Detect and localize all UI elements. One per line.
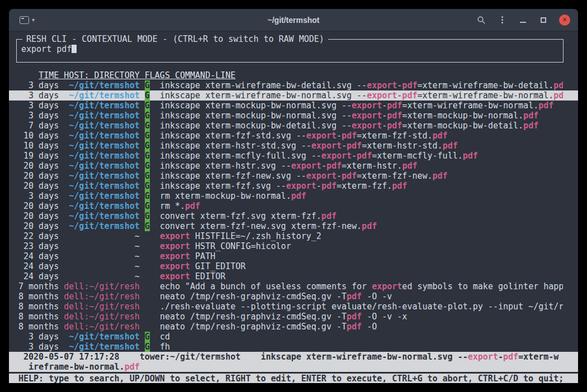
history-row[interactable]: 8 months dell:~/git/resh neato /tmp/resh… <box>9 312 578 322</box>
cmd: pdf <box>392 181 407 191</box>
text <box>140 111 145 121</box>
cmd: pdf <box>387 111 402 121</box>
host: ~/git/termshot <box>64 101 139 111</box>
history-row[interactable]: 3 days ~/git/termshot G inkscape xterm-m… <box>9 111 578 121</box>
time: 20 days <box>18 221 64 231</box>
history-row[interactable]: 8 months dell:~/git/resh neato /tmp/resh… <box>9 291 578 302</box>
flag: G <box>145 191 150 201</box>
cmd: inkscape xterm-mockup-bw-detail.svg -- <box>160 121 352 131</box>
text <box>140 261 145 271</box>
cmd: fh <box>160 342 170 352</box>
cmd: export <box>352 121 382 131</box>
text <box>150 261 160 271</box>
history-row[interactable]: 22 days ~ export HISTFILE=~/.zsh_history… <box>9 231 578 241</box>
host: ~/git/termshot <box>64 211 139 221</box>
cmd: rm *. <box>160 201 185 211</box>
host: ~/git/termshot <box>64 90 139 101</box>
history-row[interactable]: 3 days ~/git/termshot G fh <box>9 342 578 352</box>
text <box>150 342 160 352</box>
history-row[interactable]: 20 days ~/git/termshot G inkscape xterm-… <box>9 181 578 191</box>
flag: G <box>145 201 150 211</box>
history-row[interactable]: 3 days ~/git/termshot G inkscape xterm-m… <box>9 101 578 111</box>
cmd: - <box>316 181 321 191</box>
minimize-button[interactable] <box>518 15 528 25</box>
cmd: export <box>160 241 190 251</box>
host: ~/git/termshot <box>64 151 139 161</box>
history-row[interactable]: 19 days ~/git/termshot G inkscape xterm-… <box>9 151 578 161</box>
cmd: =xterm-hstr. <box>342 161 402 171</box>
cmd: pdf <box>443 141 458 151</box>
host: ~/git/termshot <box>64 171 139 181</box>
cmd: pdf <box>291 191 306 201</box>
history-row-selected[interactable]: 3 days ~/git/termshot G inkscape xterm-w… <box>9 90 578 101</box>
host: ~/git/termshot <box>64 201 139 211</box>
cmd: - <box>397 90 402 101</box>
cmd: pdf <box>347 312 362 322</box>
text <box>140 141 145 151</box>
time: 19 days <box>18 151 64 161</box>
cmd: inkscape xterm-fzf.svg -- <box>160 181 286 191</box>
cmd: - <box>397 80 402 90</box>
history-row[interactable]: 24 days ~ export PATH <box>9 251 578 261</box>
history-row[interactable]: 20 days ~/git/termshot G convert xterm-f… <box>9 221 578 231</box>
search-input[interactable]: export pdf <box>21 44 558 54</box>
history-row[interactable]: 3 days ~/git/termshot G inkscape xterm-w… <box>9 80 578 90</box>
text <box>145 241 150 251</box>
history-row[interactable]: 20 days ~/git/termshot G inkscape xterm-… <box>9 171 578 181</box>
history-row[interactable]: 7 months dell:~/git/resh echo "Add a bun… <box>9 281 578 291</box>
text <box>150 291 160 302</box>
history-row[interactable]: 24 days ~ export EDITOR <box>9 271 578 281</box>
text <box>140 121 145 131</box>
host: dell:~/git/resh <box>64 281 139 291</box>
history-row[interactable]: 3 days ~/git/termshot G rm xterm-mockup-… <box>9 191 578 201</box>
history-row[interactable]: 23 days ~ export HSTR_CONFIG=hicolor <box>9 241 578 251</box>
cmd: inkscape xterm-mockup-bw-normal.svg -- <box>160 111 352 121</box>
cmd: pdf <box>387 101 402 111</box>
history-row[interactable]: 3 days ~/git/termshot G cd <box>9 332 578 342</box>
history-row[interactable]: 8 months dell:~/git/resh neato /tmp/resh… <box>9 322 578 332</box>
hdr-underline: TIME HOST: DIRECTORY FLAGS COMMAND-LINE <box>39 70 235 80</box>
host: ~ <box>64 251 139 261</box>
restore-button[interactable] <box>538 15 548 25</box>
time: 8 months <box>18 312 64 322</box>
search-box[interactable]: RESH CLI - CONTEXTUAL MODE - (CTRL+R to … <box>16 39 564 63</box>
flag: G <box>145 151 150 161</box>
time: 24 days <box>18 251 64 261</box>
history-row[interactable]: 10 days ~/git/termshot G inkscape xterm-… <box>9 141 578 151</box>
cmd: export <box>286 181 316 191</box>
cmd: =xterm-fzf-std. <box>357 131 432 141</box>
cmd: inkscape xterm-fzf-new.svg -- <box>160 171 306 181</box>
history-row[interactable]: 10 days ~/git/termshot G inkscape xterm-… <box>9 131 578 141</box>
titlebar[interactable]: ▾ ~/git/termshot ✕ <box>9 9 578 31</box>
st: 2020-05-07 17:17:28 tower:~/git/termshot… <box>18 352 468 362</box>
history-row[interactable]: 20 days ~/git/termshot G rm *.pdf <box>9 201 578 211</box>
cmd: - <box>337 131 342 141</box>
text <box>140 342 145 352</box>
time: 10 days <box>18 131 64 141</box>
history-row[interactable]: 20 days ~/git/termshot G inkscape xterm-… <box>9 161 578 171</box>
history-row[interactable]: 8 months dell:~/git/resh ./resh-evaluate… <box>9 302 578 312</box>
time: 20 days <box>18 211 64 221</box>
text <box>18 70 39 80</box>
time: 3 days <box>18 90 64 101</box>
history-row[interactable]: 7 days ~/git/termshot G inkscape xterm-m… <box>9 121 578 131</box>
cmd: =xterm-wireframe-bw-normal. <box>417 90 553 101</box>
search-button[interactable] <box>476 15 486 25</box>
st: - <box>498 352 503 362</box>
text <box>140 271 145 281</box>
history-row[interactable]: 24 days ~ export GIT_EDITOR <box>9 261 578 271</box>
time: 24 days <box>18 261 64 271</box>
new-terminal-button[interactable]: ▾ <box>17 15 37 26</box>
menu-kebab-icon[interactable] <box>497 15 507 25</box>
cmd: ./resh-evaluate --plotting-script evalua… <box>160 302 563 312</box>
host: ~/git/termshot <box>64 332 139 342</box>
close-button[interactable]: ✕ <box>559 15 570 26</box>
text <box>150 251 160 261</box>
history-row[interactable]: 20 days ~/git/termshot G convert xterm-f… <box>9 211 578 221</box>
cmd: pdf <box>538 101 553 111</box>
host: ~ <box>64 271 139 281</box>
search-query: export pdf <box>21 44 72 54</box>
text <box>150 281 160 291</box>
cmd: -O -v -x <box>362 312 407 322</box>
cmd: pdf <box>342 131 357 141</box>
